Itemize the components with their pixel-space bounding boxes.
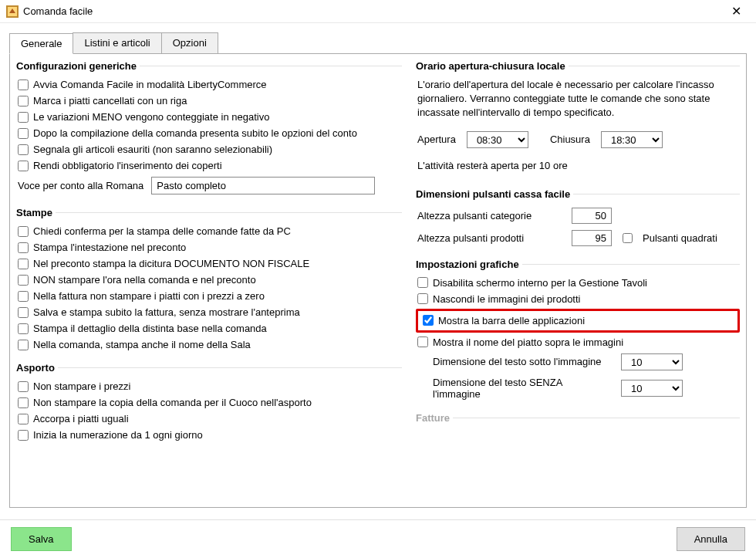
section-stampe-legend: Stampe bbox=[16, 207, 56, 218]
dim-senza-select[interactable]: 10 bbox=[621, 380, 683, 397]
alt-categorie-label: Altezza pulsanti categorie bbox=[417, 210, 564, 222]
titlebar: Comanda facile ✕ bbox=[0, 0, 756, 23]
section-stampe: Stampe Chiedi conferma per la stampa del… bbox=[16, 207, 402, 354]
chk-no-copia-cuoco-label: Non stampare la copia della comanda per … bbox=[33, 397, 312, 408]
window-title: Comanda facile bbox=[23, 5, 719, 17]
left-column: Configurazioni generiche Avvia Comanda F… bbox=[10, 54, 410, 507]
chk-no-prezzi-label: Non stampare i prezzi bbox=[33, 380, 130, 392]
chk-dopo-compilazione-label: Dopo la compilazione della comanda prese… bbox=[33, 127, 357, 139]
chiusura-label: Chiusura bbox=[550, 134, 590, 145]
chk-pulsanti-quadrati-label: Pulsanti quadrati bbox=[643, 232, 717, 244]
section-grafiche: Impostazioni grafiche Disabilita schermo… bbox=[416, 259, 740, 404]
section-grafiche-legend: Impostazioni grafiche bbox=[416, 259, 522, 270]
section-asporto: Asporto Non stampare i prezzi Non stampa… bbox=[16, 362, 402, 445]
close-button[interactable]: ✕ bbox=[719, 0, 753, 23]
chk-nome-piatto-label: Mostra il nome del piatto sopra le immag… bbox=[433, 336, 623, 348]
chk-accorpa[interactable] bbox=[18, 414, 29, 424]
chk-numerazione[interactable] bbox=[18, 430, 29, 441]
tab-page-generale: Configurazioni generiche Avvia Comanda F… bbox=[9, 54, 747, 508]
dim-senza-label: Dimensione del testo SENZA l'immagine bbox=[433, 377, 612, 400]
orario-note: L'orario dell'apertura del locale è nece… bbox=[416, 76, 740, 127]
chk-nascondi-immagini-label: Nascondi le immagini dei prodotti bbox=[433, 293, 580, 305]
section-dim-pulsanti: Dimensioni pulsanti cassa facile Altezza… bbox=[416, 188, 740, 251]
tab-listini[interactable]: Listini e articoli bbox=[73, 32, 161, 53]
right-column: Orario apertura-chiusura locale L'orario… bbox=[410, 54, 746, 507]
chk-dettaglio-distinta-label: Stampa il dettaglio della distinta base … bbox=[33, 323, 267, 334]
orario-rest: L'attività resterà aperta per 10 ore bbox=[416, 156, 740, 179]
chk-salva-stampa-label: Salva e stampa subito la fattura, senza … bbox=[33, 306, 300, 318]
chk-segnala-esauriti[interactable] bbox=[18, 144, 29, 155]
chk-no-prezzi[interactable] bbox=[18, 381, 29, 392]
chk-nascondi-immagini[interactable] bbox=[417, 293, 428, 304]
cancel-button[interactable]: Annulla bbox=[677, 527, 745, 551]
chk-dopo-compilazione[interactable] bbox=[18, 128, 29, 139]
chk-no-fattura-zero[interactable] bbox=[18, 291, 29, 302]
chk-disabilita-schermo[interactable] bbox=[417, 277, 428, 288]
chk-variazioni-meno[interactable] bbox=[18, 112, 29, 123]
section-orario: Orario apertura-chiusura locale L'orario… bbox=[416, 60, 740, 181]
section-orario-legend: Orario apertura-chiusura locale bbox=[416, 60, 569, 72]
chk-avvia-liberty[interactable] bbox=[18, 79, 29, 90]
section-asporto-legend: Asporto bbox=[16, 362, 58, 374]
app-icon bbox=[6, 5, 19, 18]
chk-numerazione-label: Inizia la numerazione da 1 ogni giorno bbox=[33, 429, 203, 441]
chk-pulsanti-quadrati[interactable] bbox=[623, 233, 633, 243]
tab-opzioni[interactable]: Opzioni bbox=[161, 32, 218, 53]
footer-bar: Salva Annulla bbox=[0, 519, 756, 558]
voce-romana-label: Voce per conto alla Romana bbox=[18, 180, 143, 191]
chk-no-ora-label: NON stampare l'ora nella comanda e nel p… bbox=[33, 274, 256, 286]
chk-non-fiscale[interactable] bbox=[18, 259, 29, 269]
section-fatture-legend: Fatture bbox=[416, 412, 453, 424]
chk-accorpa-label: Accorpa i piatti uguali bbox=[33, 413, 129, 424]
chk-disabilita-schermo-label: Disabilita schermo interno per la Gestio… bbox=[433, 277, 647, 289]
chk-nome-sala[interactable] bbox=[18, 340, 29, 350]
chk-variazioni-meno-label: Le variazioni MENO vengono conteggiate i… bbox=[33, 111, 269, 123]
chk-intestazione[interactable] bbox=[18, 242, 29, 253]
tab-generale[interactable]: Generale bbox=[9, 33, 73, 54]
chk-mostra-barra-label: Mostra la barra delle applicazioni bbox=[438, 315, 585, 326]
alt-prodotti-input[interactable] bbox=[572, 230, 612, 246]
chk-rendi-obbligatorio-label: Rendi obbligatorio l'inserimento dei cop… bbox=[33, 160, 222, 171]
chk-avvia-liberty-label: Avvia Comanda Facile in modalità Liberty… bbox=[33, 79, 267, 90]
save-button[interactable]: Salva bbox=[11, 527, 72, 551]
chk-segnala-esauriti-label: Segnala gli articoli esauriti (non saran… bbox=[33, 144, 272, 155]
alt-prodotti-label: Altezza pulsanti prodotti bbox=[417, 232, 564, 244]
chk-non-fiscale-label: Nel preconto stampa la dicitura DOCUMENT… bbox=[33, 258, 309, 269]
chk-no-ora[interactable] bbox=[18, 275, 29, 286]
chk-conferma-stampa-label: Chiedi conferma per la stampa delle coma… bbox=[33, 225, 291, 237]
dim-sotto-label: Dimensione del testo sotto l'immagine bbox=[433, 356, 612, 367]
chk-nome-sala-label: Nella comanda, stampa anche il nome dell… bbox=[33, 339, 251, 350]
chk-no-copia-cuoco[interactable] bbox=[18, 397, 29, 408]
chk-dettaglio-distinta[interactable] bbox=[18, 323, 29, 334]
highlight-barra-app: Mostra la barra delle applicazioni bbox=[416, 309, 740, 333]
chiusura-select[interactable]: 18:30 bbox=[601, 131, 663, 148]
voce-romana-input[interactable] bbox=[151, 177, 375, 194]
tab-strip: Generale Listini e articoli Opzioni bbox=[9, 32, 747, 54]
apertura-label: Apertura bbox=[417, 134, 456, 145]
chk-no-fattura-zero-label: Nella fattura non stampare i piatti con … bbox=[33, 290, 265, 302]
section-config-legend: Configurazioni generiche bbox=[16, 60, 140, 72]
chk-rendi-obbligatorio[interactable] bbox=[18, 161, 29, 171]
chk-marca-cancellati-label: Marca i piatti cancellati con un riga bbox=[33, 95, 187, 107]
alt-categorie-input[interactable] bbox=[572, 208, 612, 224]
apertura-select[interactable]: 08:30 bbox=[467, 131, 528, 148]
chk-marca-cancellati[interactable] bbox=[18, 96, 29, 107]
chk-mostra-barra[interactable] bbox=[423, 315, 434, 326]
chk-conferma-stampa[interactable] bbox=[18, 226, 29, 237]
section-config: Configurazioni generiche Avvia Comanda F… bbox=[16, 60, 402, 199]
chk-intestazione-label: Stampa l'intestazione nel preconto bbox=[33, 242, 186, 253]
section-dim-pulsanti-legend: Dimensioni pulsanti cassa facile bbox=[416, 188, 573, 200]
section-fatture-cutoff: Fatture bbox=[416, 412, 740, 430]
chk-salva-stampa[interactable] bbox=[18, 307, 29, 318]
chk-nome-piatto[interactable] bbox=[417, 336, 428, 347]
dim-sotto-select[interactable]: 10 bbox=[621, 353, 683, 370]
